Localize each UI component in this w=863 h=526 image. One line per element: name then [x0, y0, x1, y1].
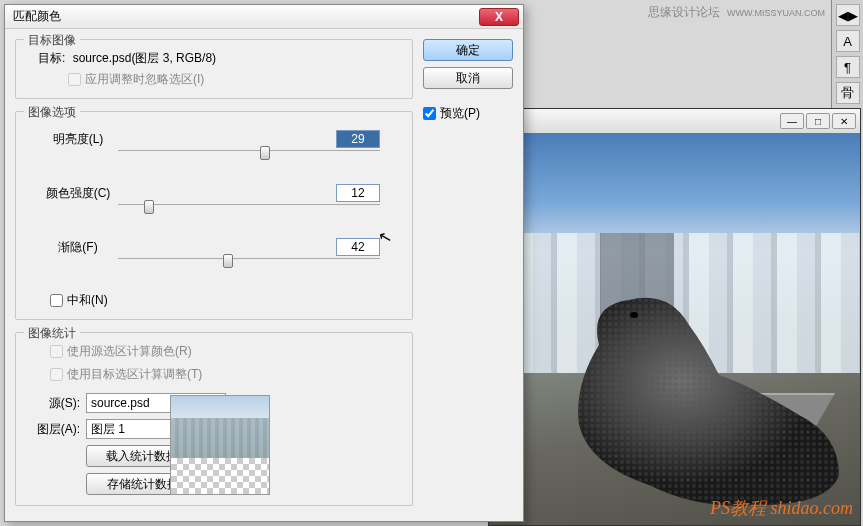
stats-group-title: 图像统计: [24, 325, 80, 342]
maximize-button[interactable]: □: [806, 113, 830, 129]
watermark-text: 思缘设计论坛: [648, 5, 720, 19]
paragraph-panel-icon[interactable]: ¶: [836, 56, 860, 78]
use-source-selection-checkbox[interactable]: [50, 345, 63, 358]
fade-label: 渐隐(F): [28, 239, 128, 256]
close-icon[interactable]: X: [479, 8, 519, 26]
document-titlebar: — □ ✕: [489, 109, 860, 133]
luminance-input[interactable]: [336, 130, 380, 148]
doc-close-button[interactable]: ✕: [832, 113, 856, 129]
use-source-selection-label: 使用源选区计算颜色(R): [67, 343, 192, 360]
source-value: source.psd: [91, 396, 150, 410]
neutralize-label: 中和(N): [67, 292, 108, 309]
target-group-title: 目标图像: [24, 32, 80, 49]
character-panel-icon[interactable]: A: [836, 30, 860, 52]
source-label: 源(S):: [28, 395, 80, 412]
intensity-label: 颜色强度(C): [28, 185, 128, 202]
target-image-group: 目标图像 目标: source.psd(图层 3, RGB/8) 应用调整时忽略…: [15, 39, 413, 99]
options-group-title: 图像选项: [24, 104, 80, 121]
luminance-thumb[interactable]: [260, 146, 270, 160]
svg-point-1: [630, 312, 638, 318]
ok-button[interactable]: 确定: [423, 39, 513, 61]
brush-panel-icon[interactable]: 骨: [836, 82, 860, 104]
source-thumbnail: [170, 395, 270, 495]
use-target-selection-label: 使用目标选区计算调整(T): [67, 366, 202, 383]
ignore-selection-checkbox[interactable]: [68, 73, 81, 86]
dialog-titlebar: 匹配颜色 X: [5, 5, 523, 29]
minimize-button[interactable]: —: [780, 113, 804, 129]
right-panel-strip: ◀▶ A ¶ 骨: [831, 0, 863, 120]
lizard-composite: [559, 285, 849, 515]
use-target-selection-checkbox[interactable]: [50, 368, 63, 381]
luminance-slider[interactable]: [118, 150, 380, 168]
fade-slider[interactable]: [118, 258, 380, 276]
panel-expand-icon[interactable]: ◀▶: [836, 4, 860, 26]
dialog-title: 匹配颜色: [9, 8, 479, 25]
luminance-label: 明亮度(L): [28, 131, 128, 148]
image-statistics-group: 图像统计 使用源选区计算颜色(R) 使用目标选区计算调整(T) 源(S): so…: [15, 332, 413, 506]
watermark-url: WWW.MISSYUAN.COM: [727, 8, 825, 18]
preview-label: 预览(P): [440, 105, 480, 122]
layer-label: 图层(A):: [28, 421, 80, 438]
neutralize-checkbox[interactable]: [50, 294, 63, 307]
preview-checkbox[interactable]: [423, 107, 436, 120]
match-color-dialog: 匹配颜色 X 目标图像 目标: source.psd(图层 3, RGB/8) …: [4, 4, 524, 522]
cancel-button[interactable]: 取消: [423, 67, 513, 89]
fade-input[interactable]: [336, 238, 380, 256]
intensity-input[interactable]: [336, 184, 380, 202]
layer-value: 图层 1: [91, 421, 125, 438]
document-window: — □ ✕: [488, 108, 861, 526]
intensity-slider[interactable]: [118, 204, 380, 222]
intensity-thumb[interactable]: [144, 200, 154, 214]
fade-thumb[interactable]: [223, 254, 233, 268]
ignore-selection-label: 应用调整时忽略选区(I): [85, 71, 204, 88]
bottom-watermark: PS教程 shidao.com: [710, 496, 853, 520]
target-value: source.psd(图层 3, RGB/8): [73, 51, 216, 65]
target-label: 目标:: [38, 51, 65, 65]
image-options-group: 图像选项 明亮度(L) 颜色强度(C): [15, 111, 413, 320]
document-canvas: [489, 133, 860, 525]
